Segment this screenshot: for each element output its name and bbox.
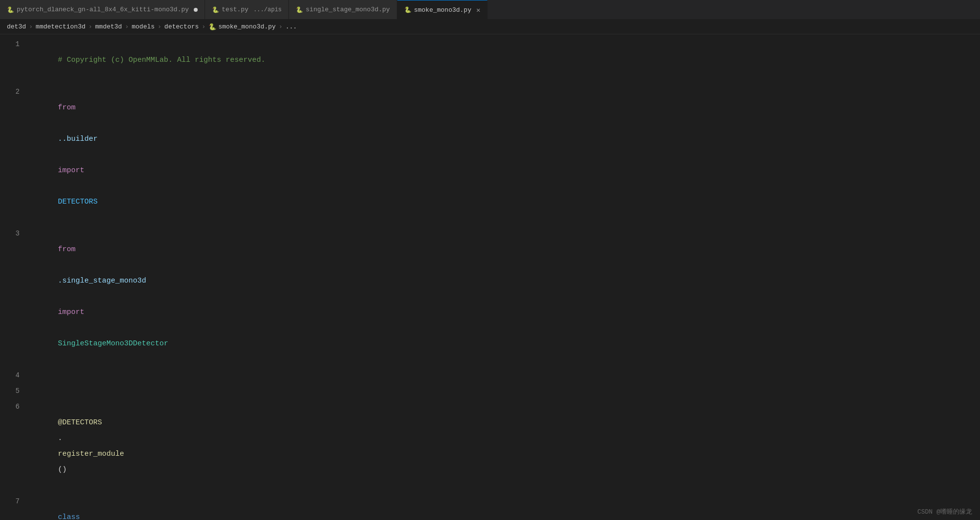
tab-pytorch[interactable]: 🐍 pytorch_dlaneck_gn-all_8x4_6x_kitti-mo…	[0, 0, 205, 19]
line-content: @DETECTORS . register_module ()	[29, 399, 980, 494]
breadcrumb-part[interactable]: mmdet3d	[95, 23, 122, 30]
breadcrumb-sep: ›	[157, 23, 161, 30]
breadcrumb: det3d › mmdetection3d › mmdet3d › models…	[0, 20, 980, 34]
code-line-6: 6 @DETECTORS . register_module ()	[0, 399, 980, 494]
code-editor: 1 # Copyright (c) OpenMMLab. All rights …	[0, 34, 980, 520]
breadcrumb-sep: ›	[88, 23, 92, 30]
code-line-4: 4	[0, 367, 980, 383]
breadcrumb-part[interactable]: det3d	[7, 23, 26, 30]
breadcrumb-sep: ›	[202, 23, 206, 30]
python-file-icon2: 🐍	[212, 6, 219, 13]
tab-smoke-mono3d[interactable]: 🐍 smoke_mono3d.py ✕	[397, 0, 488, 19]
line-content: from ..builder import DETECTORS	[29, 84, 980, 226]
breadcrumb-part[interactable]: models	[131, 23, 155, 30]
line-number: 7	[0, 494, 29, 509]
tab-test[interactable]: 🐍 test.py .../apis	[205, 0, 289, 19]
line-number: 5	[0, 383, 29, 399]
python-file-icon: 🐍	[7, 6, 14, 13]
breadcrumb-sep: ›	[279, 23, 283, 30]
watermark: CSDN @嗜睡的缘龙	[917, 507, 972, 516]
modified-indicator	[194, 8, 198, 12]
line-number: 4	[0, 367, 29, 383]
file-icon: 🐍	[208, 23, 216, 31]
code-line-5: 5	[0, 383, 980, 399]
tab-label: pytorch_dlaneck_gn-all_8x4_6x_kitti-mono…	[17, 6, 189, 13]
line-number: 2	[0, 84, 29, 100]
line-number: 3	[0, 226, 29, 241]
line-content: from .single_stage_mono3d import SingleS…	[29, 226, 980, 367]
breadcrumb-part[interactable]: mmdetection3d	[36, 23, 85, 30]
line-content: class SMOKEMono3D ( SingleStageMono3DDet…	[29, 494, 980, 520]
python-file-icon4: 🐍	[404, 6, 411, 13]
code-line-1: 1 # Copyright (c) OpenMMLab. All rights …	[0, 36, 980, 84]
line-number: 6	[0, 399, 29, 415]
breadcrumb-sep: ›	[125, 23, 129, 30]
tab-label: single_stage_mono3d.py	[306, 6, 390, 13]
python-file-icon3: 🐍	[296, 6, 303, 13]
code-line-7: 7 class SMOKEMono3D ( SingleStageMono3DD…	[0, 494, 980, 520]
close-tab-button[interactable]: ✕	[476, 6, 480, 14]
tab-sublabel: .../apis	[254, 6, 282, 13]
breadcrumb-sep: ›	[29, 23, 33, 30]
tab-bar: 🐍 pytorch_dlaneck_gn-all_8x4_6x_kitti-mo…	[0, 0, 980, 20]
breadcrumb-ellipsis: ...	[285, 23, 297, 30]
tab-label: test.py	[222, 6, 249, 13]
tab-label: smoke_mono3d.py	[414, 6, 471, 14]
breadcrumb-filename[interactable]: smoke_mono3d.py	[218, 23, 276, 30]
breadcrumb-part[interactable]: detectors	[164, 23, 199, 30]
line-number: 1	[0, 36, 29, 52]
code-line-2: 2 from ..builder import DETECTORS	[0, 84, 980, 226]
code-line-3: 3 from .single_stage_mono3d import Singl…	[0, 226, 980, 367]
tab-single-stage[interactable]: 🐍 single_stage_mono3d.py	[289, 0, 397, 19]
line-content: # Copyright (c) OpenMMLab. All rights re…	[29, 37, 980, 84]
